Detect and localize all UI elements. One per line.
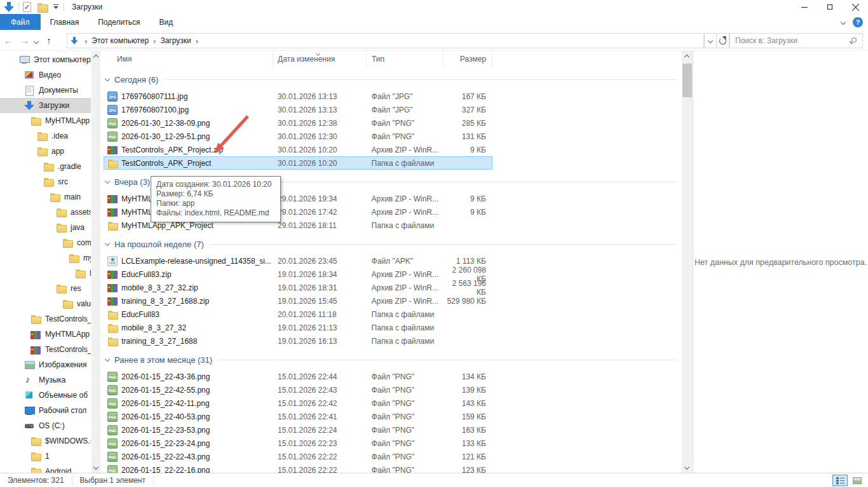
scroll-down-icon[interactable]: [93, 464, 98, 470]
help-icon[interactable]: ?: [853, 17, 863, 27]
file-row-testcontrols-apk-project-zip[interactable]: TestControls_APK_Project.zip30.01.2026 1…: [104, 143, 492, 156]
sidebar-scrollbar[interactable]: [92, 51, 100, 473]
breadcrumb-this-pc[interactable]: Этот компьютер: [92, 36, 149, 45]
file-row-2026-01-15-22-23-24-png[interactable]: 2026-01-15_22-23-24.png15.01.2026 22:23Ф…: [104, 437, 492, 450]
folder-icon: [31, 314, 41, 324]
sidebar-item-assets[interactable]: assets: [0, 205, 91, 220]
file-row-educfull83[interactable]: EducFull8320.01.2026 11:18Папка с файлам…: [104, 308, 492, 321]
sidebar-item-htr[interactable]: htr: [0, 266, 91, 281]
properties-icon[interactable]: [23, 2, 31, 12]
recent-locations-icon[interactable]: [34, 38, 39, 43]
scrollbar-thumb[interactable]: [682, 64, 692, 97]
column-header-name[interactable]: Имя: [104, 51, 273, 67]
collapse-group-icon[interactable]: [105, 356, 110, 361]
file-row-1769760807100-jpg[interactable]: 1769760807100.jpg30.01.2026 13:13Файл "J…: [104, 103, 492, 116]
close-button[interactable]: [843, 0, 868, 14]
sidebar-item-изображения[interactable]: Изображения: [0, 357, 91, 372]
sidebar-item-mya[interactable]: mya: [0, 250, 91, 266]
file-row-testcontrols-apk-project[interactable]: TestControls_APK_Project30.01.2026 10:20…: [104, 156, 492, 170]
file-row-training-8-3-27-1688-zip[interactable]: training_8_3_27_1688.zip19.01.2026 15:45…: [104, 294, 492, 308]
ribbon-expand-icon[interactable]: [841, 19, 846, 24]
collapse-group-icon[interactable]: [105, 178, 110, 183]
tab-share[interactable]: Поделиться: [88, 14, 149, 30]
collapse-group-icon[interactable]: [105, 76, 110, 81]
sidebar-item-testcontrols[interactable]: TestControls_: [0, 311, 91, 327]
sidebar-item-загрузки[interactable]: Загрузки: [0, 98, 91, 113]
search-icon[interactable]: [851, 37, 857, 43]
file-row-2026-01-15-22-22-16-png[interactable]: 2026-01-15_22-22-16.png15.01.2026 22:22Ф…: [104, 463, 492, 473]
forward-button[interactable]: →: [17, 35, 33, 46]
sidebar-item-res[interactable]: res: [0, 281, 91, 296]
scroll-up-icon[interactable]: [93, 55, 98, 60]
breadcrumb-downloads[interactable]: Загрузки: [160, 36, 191, 45]
customize-quick-access-icon[interactable]: [53, 3, 60, 11]
address-dropdown-button[interactable]: [704, 33, 717, 48]
file-row-2026-01-15-22-42-11-png[interactable]: 2026-01-15_22-42-11.png15.01.2026 22:42Ф…: [104, 396, 492, 410]
scroll-down-icon[interactable]: [684, 464, 689, 470]
file-row-2026-01-30-12-29-51-png[interactable]: 2026-01-30_12-29-51.png30.01.2026 12:30Ф…: [104, 130, 492, 143]
sidebar-item-myhtmlapp[interactable]: MyHTMLApp: [0, 327, 91, 342]
sidebar-item-музыка[interactable]: Музыка: [0, 372, 91, 388]
sidebar-item-app[interactable]: app: [0, 144, 91, 159]
file-row-2026-01-15-22-22-43-png[interactable]: 2026-01-15_22-22-43.png15.01.2026 22:22Ф…: [104, 450, 492, 463]
file-row-mobile-8-3-27-32-zip[interactable]: mobile_8_3_27_32.zip19.01.2026 18:31Архи…: [104, 281, 492, 294]
sidebar-item-testcontrols[interactable]: TestControls_: [0, 342, 91, 357]
file-row-educfull83-zip[interactable]: EducFull83.zip19.01.2026 18:34Архив ZIP …: [104, 268, 492, 281]
file-list-scrollbar[interactable]: [682, 51, 693, 473]
tab-file[interactable]: Файл: [0, 14, 41, 30]
explorer-window: Загрузки Файл Главная Поделиться Вид ? ←…: [0, 0, 868, 488]
maximize-button[interactable]: [817, 0, 843, 14]
scroll-up-icon[interactable]: [684, 55, 689, 60]
file-row-1769760807111-jpg[interactable]: 1769760807111.jpg30.01.2026 13:13Файл "J…: [104, 90, 492, 103]
refresh-button[interactable]: [717, 33, 729, 48]
sidebar-item-values[interactable]: values: [0, 296, 91, 311]
file-row-training-8-3-27-1688[interactable]: training_8_3_27_168819.01.2026 16:13Папк…: [104, 334, 492, 348]
sidebar-item-$windows[interactable]: $WINDOWS.-: [0, 433, 91, 449]
group-header-ранее-в-этом-месяце-31[interactable]: Ранее в этом месяце (31): [105, 353, 677, 366]
sidebar-item-idea[interactable]: .idea: [0, 128, 91, 144]
sidebar-item-main[interactable]: main: [0, 189, 91, 205]
group-header-сегодня-6[interactable]: Сегодня (6): [105, 73, 677, 86]
up-button[interactable]: ↑: [41, 35, 57, 46]
file-row-2026-01-15-22-40-53-png[interactable]: 2026-01-15_22-40-53.png15.01.2026 22:41Ф…: [104, 410, 492, 423]
file-row-2026-01-15-22-43-36-png[interactable]: 2026-01-15_22-43-36.png15.01.2026 22:44Ф…: [104, 370, 492, 383]
sidebar-item-java[interactable]: java: [0, 220, 91, 235]
sidebar-item-видео[interactable]: Видео: [0, 67, 91, 83]
sidebar-item-1[interactable]: 1: [0, 449, 91, 464]
group-header-на-прошлой-неделе-7[interactable]: На прошлой неделе (7): [105, 238, 677, 250]
file-row-2026-01-30-12-38-09-png[interactable]: 2026-01-30_12-38-09.png30.01.2026 12:38Ф…: [104, 116, 492, 130]
minimize-icon: [801, 7, 808, 8]
sidebar-item-myhtmlapp[interactable]: MyHTMLApp: [0, 113, 91, 128]
thumbnails-view-button[interactable]: [850, 475, 865, 486]
file-name: EducFull83.zip: [121, 270, 172, 279]
sidebar-item-этот-компьютер[interactable]: Этот компьютер: [0, 52, 91, 67]
refresh-icon: [719, 37, 726, 44]
file-row-mobile-8-3-27-32[interactable]: mobile_8_3_27_3219.01.2026 21:13Папка с …: [104, 321, 492, 334]
minimize-button[interactable]: [792, 0, 817, 14]
sidebar-item-документы[interactable]: Документы: [0, 83, 91, 98]
sidebar-item-рабочий-стол[interactable]: Рабочий стол: [0, 403, 91, 418]
collapse-group-icon[interactable]: [105, 240, 110, 245]
sidebar-item-объемные-об[interactable]: Объемные об: [0, 388, 91, 403]
column-header-size[interactable]: Размер: [443, 51, 492, 67]
sidebar-item-os-c[interactable]: OS (C:): [0, 418, 91, 433]
folder-file-icon: [107, 158, 118, 168]
sidebar-item-com[interactable]: com: [0, 235, 91, 250]
tab-view[interactable]: Вид: [149, 14, 182, 30]
file-row-2026-01-15-22-23-53-png[interactable]: 2026-01-15_22-23-53.png15.01.2026 22:24Ф…: [104, 423, 492, 437]
details-view-button[interactable]: [832, 475, 848, 486]
sidebar-item-android[interactable]: Android: [0, 464, 91, 473]
new-folder-icon[interactable]: [37, 3, 47, 11]
column-header-type[interactable]: Тип: [367, 51, 443, 67]
column-header-date[interactable]: Дата изменения: [273, 51, 367, 67]
address-bar[interactable]: › Этот компьютер › Загрузки ›: [67, 33, 704, 48]
sidebar-item-src[interactable]: src: [0, 174, 91, 189]
sidebar-item-gradle[interactable]: .gradle: [0, 159, 91, 174]
back-button[interactable]: ←: [0, 35, 17, 46]
tab-home[interactable]: Главная: [41, 14, 89, 30]
tooltip: Дата создания: 30.01.2026 10:20 Размер: …: [151, 176, 281, 222]
file-row-lclexample-release-unsigned-114358-si[interactable]: LCLExample-release-unsigned_114358_si...…: [104, 254, 492, 268]
search-input[interactable]: [735, 34, 843, 48]
divider: [18, 3, 19, 11]
file-row-2026-01-15-22-42-55-png[interactable]: 2026-01-15_22-42-55.png15.01.2026 22:43Ф…: [104, 383, 492, 396]
